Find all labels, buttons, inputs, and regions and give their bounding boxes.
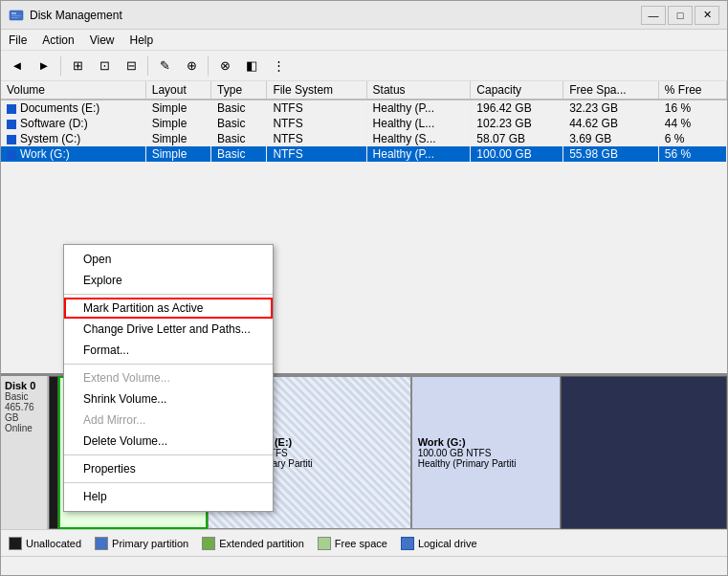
forward-button[interactable]: ► xyxy=(32,55,56,78)
volume-icon xyxy=(7,104,16,114)
col-filesystem: File System xyxy=(267,81,366,100)
cell-type: Basic xyxy=(211,131,267,146)
table-row[interactable]: Software (D:) Simple Basic NTFS Healthy … xyxy=(1,116,727,131)
col-free-space: Free Spa... xyxy=(563,81,659,100)
toolbar-separator-1 xyxy=(60,56,61,76)
toolbar: ◄ ► ⊞ ⊡ ⊟ ✎ ⊕ ⊗ ◧ ⋮ xyxy=(1,51,727,81)
table-row[interactable]: System (C:) Simple Basic NTFS Healthy (S… xyxy=(1,131,727,146)
cell-layout: Simple xyxy=(145,116,210,131)
volume-table: Volume Layout Type File System Status Ca… xyxy=(1,81,727,162)
disk-size-unit: GB xyxy=(5,412,43,423)
cell-percent: 6 % xyxy=(658,131,726,146)
cell-percent: 56 % xyxy=(658,146,726,162)
window-title: Disk Management xyxy=(30,9,122,22)
toolbar-separator-3 xyxy=(208,56,209,76)
cell-type: Basic xyxy=(211,116,267,131)
cell-fs: NTFS xyxy=(267,100,366,116)
legend-unallocated-box xyxy=(9,537,22,550)
partition-work-status: Healthy (Primary Partiti xyxy=(418,458,554,469)
context-menu-item-properties[interactable]: Properties xyxy=(64,458,273,479)
context-menu-item-shrink-volume[interactable]: Shrink Volume... xyxy=(64,388,273,410)
context-menu-item-delete-volume[interactable]: Delete Volume... xyxy=(64,431,273,452)
disk-label: Disk 0 Basic 465.76 GB Online xyxy=(1,376,49,529)
close-button[interactable]: ✕ xyxy=(695,6,719,25)
cell-status: Healthy (P... xyxy=(366,146,471,162)
toolbar-btn-4[interactable]: ✎ xyxy=(152,55,177,78)
context-menu-item-mark-partition-as-active[interactable]: Mark Partition as Active xyxy=(64,298,273,319)
maximize-button[interactable]: □ xyxy=(668,6,693,25)
cell-status: Healthy (L... xyxy=(366,116,471,131)
unallocated-bar xyxy=(49,376,58,529)
context-menu-item-format[interactable]: Format... xyxy=(64,340,273,361)
legend-extended: Extended partition xyxy=(202,537,304,550)
svg-rect-2 xyxy=(11,15,21,16)
cell-volume: System (C:) xyxy=(1,131,145,146)
col-status: Status xyxy=(366,81,471,100)
menu-help[interactable]: Help xyxy=(122,30,162,50)
toolbar-btn-5[interactable]: ⊕ xyxy=(179,55,204,78)
cell-fs: NTFS xyxy=(267,116,366,131)
table-row[interactable]: Work (G:) Simple Basic NTFS Healthy (P..… xyxy=(1,146,727,162)
cell-volume: Software (D:) xyxy=(1,116,145,131)
cell-capacity: 100.00 GB xyxy=(471,146,563,162)
toolbar-btn-7[interactable]: ◧ xyxy=(239,55,264,78)
minimize-button[interactable]: — xyxy=(641,6,666,25)
legend-free-box xyxy=(318,537,331,550)
cell-capacity: 196.42 GB xyxy=(471,100,563,116)
cell-free: 44.62 GB xyxy=(563,116,659,131)
legend-logical-box xyxy=(401,537,414,550)
menu-view[interactable]: View xyxy=(82,30,122,50)
context-menu-item-explore[interactable]: Explore xyxy=(64,270,273,291)
legend-primary-label: Primary partition xyxy=(112,538,188,549)
cell-fs: NTFS xyxy=(267,131,366,146)
context-menu-item-open[interactable]: Open xyxy=(64,249,273,270)
disk-type: Basic xyxy=(5,391,43,402)
cell-layout: Simple xyxy=(145,131,210,146)
partition-work-size: 100.00 GB NTFS xyxy=(418,448,554,458)
cell-type: Basic xyxy=(211,146,267,162)
cell-volume: Documents (E:) xyxy=(1,100,145,116)
cell-free: 3.69 GB xyxy=(563,131,659,146)
context-menu-item-add-mirror: Add Mirror... xyxy=(64,410,273,431)
toolbar-btn-2[interactable]: ⊡ xyxy=(92,55,117,78)
legend-primary: Primary partition xyxy=(95,537,188,550)
back-button[interactable]: ◄ xyxy=(5,55,30,78)
legend-unallocated: Unallocated xyxy=(9,537,81,550)
toolbar-btn-6[interactable]: ⊗ xyxy=(212,55,237,78)
partition-work[interactable]: Work (G:) 100.00 GB NTFS Healthy (Primar… xyxy=(411,376,561,529)
volume-icon xyxy=(7,150,16,160)
context-menu-separator xyxy=(64,364,273,365)
col-percent-free: % Free xyxy=(658,81,726,100)
cell-status: Healthy (S... xyxy=(366,131,471,146)
legend-free: Free space xyxy=(318,537,387,550)
title-bar: Disk Management — □ ✕ xyxy=(1,1,727,30)
context-menu-item-change-drive-letter-and-paths[interactable]: Change Drive Letter and Paths... xyxy=(64,319,273,340)
volume-icon xyxy=(7,135,16,144)
table-row[interactable]: Documents (E:) Simple Basic NTFS Healthy… xyxy=(1,100,727,116)
toolbar-btn-1[interactable]: ⊞ xyxy=(65,55,90,78)
legend-logical: Logical drive xyxy=(401,537,477,550)
toolbar-btn-8[interactable]: ⋮ xyxy=(266,55,291,78)
menu-action[interactable]: Action xyxy=(34,30,81,50)
menu-file[interactable]: File xyxy=(1,30,34,50)
context-menu-item-help[interactable]: Help xyxy=(64,486,273,507)
toolbar-btn-3[interactable]: ⊟ xyxy=(119,55,143,78)
col-capacity: Capacity xyxy=(471,81,563,100)
legend-bar: Unallocated Primary partition Extended p… xyxy=(1,529,727,556)
disk-name: Disk 0 xyxy=(5,380,43,391)
legend-free-label: Free space xyxy=(335,538,387,549)
context-menu: OpenExploreMark Partition as ActiveChang… xyxy=(63,244,274,512)
col-layout: Layout xyxy=(145,81,210,100)
context-menu-item-extend-volume: Extend Volume... xyxy=(64,367,273,388)
svg-rect-3 xyxy=(11,17,18,18)
legend-logical-label: Logical drive xyxy=(418,538,477,549)
cell-free: 55.98 GB xyxy=(563,146,659,162)
cell-percent: 44 % xyxy=(658,116,726,131)
toolbar-separator-2 xyxy=(147,56,148,76)
table-header-row: Volume Layout Type File System Status Ca… xyxy=(1,81,727,100)
extended-bar xyxy=(561,376,727,529)
menu-bar: File Action View Help xyxy=(1,30,727,51)
context-menu-separator xyxy=(64,482,273,483)
main-content: Volume Layout Type File System Status Ca… xyxy=(1,81,727,575)
cell-volume: Work (G:) xyxy=(1,146,145,162)
